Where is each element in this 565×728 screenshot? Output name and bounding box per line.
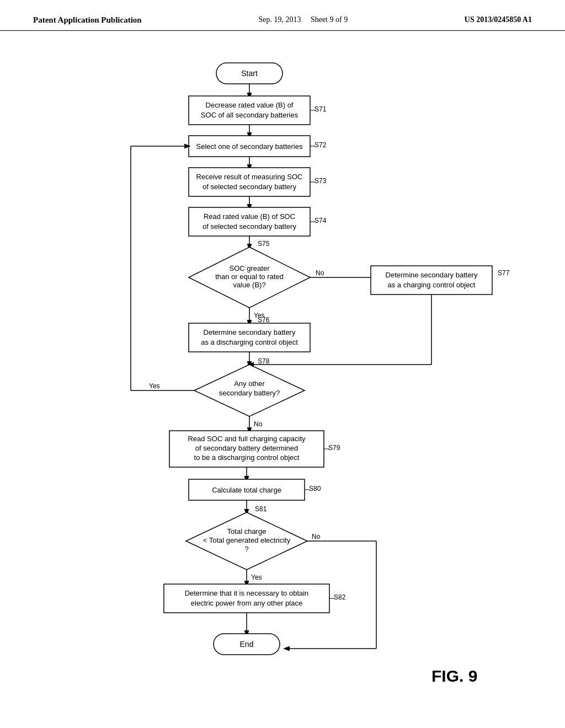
s79-num: S79 xyxy=(328,444,340,452)
s72-num: S72 xyxy=(315,141,327,149)
s79-line2: of secondary battery determined xyxy=(195,444,298,452)
s78-no: No xyxy=(254,420,263,428)
s77-num: S77 xyxy=(498,269,510,277)
header-center: Sep. 19, 2013 Sheet 9 of 9 xyxy=(258,15,348,24)
svg-rect-2 xyxy=(189,96,310,125)
date-label: Sep. 19, 2013 xyxy=(258,15,301,24)
end-label: End xyxy=(240,640,254,649)
s75-line3: value (B)? xyxy=(233,281,265,289)
s78-num: S78 xyxy=(258,357,270,365)
svg-rect-11 xyxy=(189,207,310,236)
s72-text: Select one of secondary batteries xyxy=(196,142,303,151)
svg-rect-38 xyxy=(164,584,329,613)
s74-line1: Read rated value (B) of SOC xyxy=(204,212,295,221)
s74-num: S74 xyxy=(315,217,327,224)
s75-num-label: S75 xyxy=(258,240,270,248)
publication-label: Patent Application Publication xyxy=(33,15,142,24)
s73-line1: Receive result of measuring SOC xyxy=(196,173,303,181)
fig-label: FIG. 9 xyxy=(431,667,477,685)
s79-line3: to be a discharging control object xyxy=(194,453,300,462)
header-left: Patent Application Publication xyxy=(33,15,142,25)
s71-line1: Decrease rated value (B) of xyxy=(206,101,294,109)
s81-line3: ? xyxy=(244,545,248,553)
flowchart-svg: text { font-family: Arial, Helvetica, sa… xyxy=(45,47,520,704)
s82-line1: Determine that it is necessary to obtain xyxy=(185,589,309,597)
s75-line2: than or equal to rated xyxy=(215,272,284,281)
header: Patent Application Publication Sep. 19, … xyxy=(0,0,565,31)
s77-line1: Determine secondary battery xyxy=(386,271,478,279)
s79-line1: Read SOC and full charging capacity xyxy=(188,435,306,443)
s71-line2: SOC of all secondary batteries xyxy=(201,111,299,119)
s82-num: S82 xyxy=(334,593,346,601)
s80-num: S80 xyxy=(309,485,321,493)
s74-line2: of selected secondary battery xyxy=(202,222,296,231)
s76-line1: Determine secondary battery xyxy=(204,328,296,336)
s76-num: S76 xyxy=(258,316,270,324)
s81-no: No xyxy=(312,533,321,540)
page: Patent Application Publication Sep. 19, … xyxy=(0,0,565,728)
svg-rect-18 xyxy=(371,266,492,295)
s73-num: S73 xyxy=(315,177,327,185)
s81-line1: Total charge xyxy=(227,527,266,536)
header-right: US 2013/0245850 A1 xyxy=(465,15,532,24)
s81-num: S81 xyxy=(255,505,267,513)
s78-line2: secondary battery? xyxy=(219,389,280,397)
s80-text: Calculate total charge xyxy=(212,486,281,494)
s75-no: No xyxy=(316,269,324,277)
s78-yes: Yes xyxy=(149,382,160,390)
s73-line2: of selected secondary battery xyxy=(202,183,296,191)
s77-line2: as a charging control object xyxy=(388,281,476,289)
start-label: Start xyxy=(241,69,258,78)
s78-line1: Any other xyxy=(234,379,265,388)
patent-number: US 2013/0245850 A1 xyxy=(465,15,532,24)
s71-num: S71 xyxy=(315,105,327,113)
s75-line1: SOC greater xyxy=(230,264,270,272)
flowchart-area: text { font-family: Arial, Helvetica, sa… xyxy=(45,47,520,704)
s82-line2: electric power from any other place xyxy=(191,599,302,607)
sheet-label: Sheet 9 of 9 xyxy=(311,15,348,24)
svg-rect-17 xyxy=(189,323,310,352)
s81-line2: < Total generated electricity xyxy=(203,536,291,544)
s81-yes: Yes xyxy=(251,574,262,581)
svg-rect-8 xyxy=(189,168,310,196)
s76-line2: as a discharging control object xyxy=(201,338,298,346)
